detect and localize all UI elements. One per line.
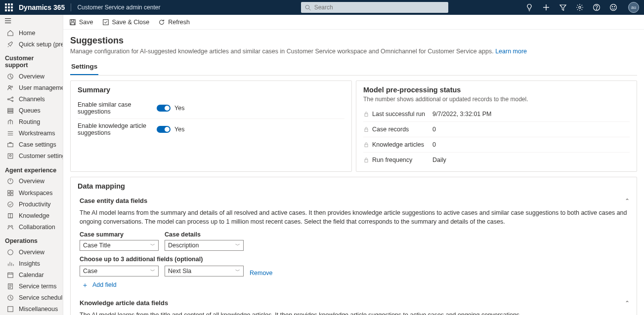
brand-label[interactable]: Dynamics 365 <box>19 3 65 11</box>
help-text: The AI model learns from the summary and… <box>80 208 628 226</box>
toggle-label: Enable similar case suggestions <box>78 101 157 115</box>
refresh-button[interactable]: Refresh <box>158 19 190 26</box>
nav-group-operations: Operations <box>0 233 63 246</box>
add-field-button[interactable]: ＋Add field <box>82 281 628 288</box>
nav-routing[interactable]: Routing <box>0 117 63 128</box>
content-scroll[interactable]: Suggestions Manage configuration for AI-… <box>63 30 644 315</box>
remove-link[interactable]: Remove <box>250 270 273 276</box>
svg-rect-37 <box>8 190 10 192</box>
nav-overview-1[interactable]: Overview <box>0 71 63 82</box>
nav-collaboration[interactable]: Collaboration <box>0 221 63 233</box>
lightbulb-icon[interactable] <box>525 3 533 11</box>
help-icon[interactable] <box>593 3 601 11</box>
svg-rect-3 <box>5 6 7 8</box>
cmd-label: Refresh <box>168 19 190 26</box>
nav-case-settings[interactable]: Case settings <box>0 139 63 151</box>
nav-label: Overview <box>19 178 44 185</box>
toggle-similar-cases[interactable] <box>157 105 171 112</box>
nav-label: Workstreams <box>19 130 55 137</box>
global-search[interactable] <box>301 2 448 13</box>
nav-workstreams[interactable]: Workstreams <box>0 128 63 139</box>
avatar[interactable]: au <box>628 2 639 13</box>
accordion-case-entity[interactable]: Case entity data fields ⌃ <box>78 193 630 206</box>
save-button[interactable]: Save <box>69 19 93 26</box>
additional-fields-label: Choose up to 3 additional fields (option… <box>80 256 628 263</box>
svg-point-27 <box>7 99 9 100</box>
lock-icon <box>363 126 369 132</box>
status-value: 0 <box>432 126 436 133</box>
nav-user-management[interactable]: User management <box>0 82 63 93</box>
plus-icon[interactable] <box>542 3 550 11</box>
nav-miscellaneous[interactable]: Miscellaneous <box>0 304 63 315</box>
status-label: Run frequency <box>372 157 412 163</box>
chevron-down-icon: ﹀ <box>235 242 240 249</box>
svg-rect-5 <box>11 6 13 8</box>
nav-label: Workspaces <box>19 190 53 197</box>
cmd-label: Save <box>79 19 93 26</box>
nav-workspaces[interactable]: Workspaces <box>0 187 63 198</box>
status-title: Model pre-processing status <box>363 86 630 94</box>
nav-calendar[interactable]: Calendar <box>0 270 63 281</box>
productivity-icon <box>7 201 14 208</box>
learn-more-link[interactable]: Learn more <box>495 48 527 55</box>
svg-rect-2 <box>11 3 13 5</box>
nav-knowledge[interactable]: Knowledge <box>0 210 63 221</box>
terms-icon <box>7 283 14 290</box>
status-card: Model pre-processing status The number s… <box>356 80 637 172</box>
rocket-icon <box>7 41 14 48</box>
status-row: Case records0 <box>363 122 630 137</box>
svg-rect-53 <box>365 114 368 116</box>
nav-customer-settings[interactable]: Customer settings <box>0 151 63 162</box>
svg-point-43 <box>11 225 13 227</box>
nav-home[interactable]: Home <box>0 27 63 39</box>
select-additional-1[interactable]: Case﹀ <box>80 266 159 276</box>
select-additional-2[interactable]: Next Sla﹀ <box>165 266 244 276</box>
svg-rect-34 <box>8 154 13 159</box>
svg-rect-30 <box>8 109 13 110</box>
nav-productivity[interactable]: Productivity <box>0 198 63 210</box>
nav-insights[interactable]: Insights <box>0 258 63 270</box>
status-value: 0 <box>432 141 436 148</box>
chevron-down-icon: ﹀ <box>235 268 240 275</box>
svg-rect-31 <box>8 110 13 112</box>
accordion-knowledge-article[interactable]: Knowledge article data fields ⌃ <box>78 295 630 309</box>
search-input[interactable] <box>314 4 445 11</box>
gear-icon[interactable] <box>576 3 584 11</box>
nav-group-support: Customer support <box>0 50 63 71</box>
emoji-icon[interactable] <box>609 3 617 11</box>
home-icon <box>7 30 14 37</box>
app-name-label: Customer Service admin center <box>77 4 160 11</box>
app-launcher-icon[interactable] <box>5 3 13 11</box>
search-icon <box>305 4 311 11</box>
workstreams-icon <box>7 130 14 137</box>
svg-point-18 <box>610 4 617 11</box>
toggle-state: Yes <box>174 126 184 133</box>
nav-queues[interactable]: Queues <box>0 105 63 116</box>
page-title: Suggestions <box>70 36 637 46</box>
svg-rect-40 <box>11 193 13 195</box>
nav-service-terms[interactable]: Service terms <box>0 281 63 292</box>
accordion-body-knowledge: The AI model learns from the title and c… <box>78 309 630 315</box>
nav-overview-2[interactable]: Overview <box>0 176 63 187</box>
select-case-details[interactable]: Description﹀ <box>165 240 244 251</box>
svg-rect-4 <box>8 6 10 8</box>
overview-icon <box>7 73 14 80</box>
nav-collapse-button[interactable] <box>0 15 63 27</box>
add-field-label: Add field <box>92 281 117 288</box>
nav-quick-setup[interactable]: Quick setup (previ… <box>0 39 63 50</box>
svg-point-26 <box>11 86 13 87</box>
select-case-summary[interactable]: Case Title﹀ <box>80 240 159 251</box>
accordion-title: Case entity data fields <box>80 197 147 204</box>
filter-icon[interactable] <box>559 3 567 11</box>
nav-label: Overview <box>19 249 44 256</box>
tab-settings[interactable]: Settings <box>70 60 98 75</box>
nav-overview-3[interactable]: Overview <box>0 246 63 258</box>
select-value: Case <box>83 268 97 275</box>
nav-channels[interactable]: Channels <box>0 93 63 105</box>
nav-service-scheduling[interactable]: Service scheduling <box>0 292 63 304</box>
chevron-down-icon: ﹀ <box>150 242 155 249</box>
save-close-button[interactable]: Save & Close <box>102 19 150 26</box>
svg-point-44 <box>8 250 13 255</box>
toggle-knowledge-articles[interactable] <box>157 126 171 133</box>
svg-point-29 <box>12 100 13 102</box>
